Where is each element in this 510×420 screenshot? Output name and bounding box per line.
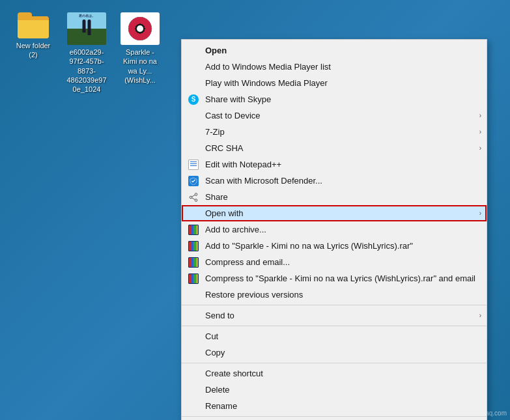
winrar-icon: [187, 240, 200, 253]
menu-item-scan-defender-label: Scan with Microsoft Defender...: [205, 176, 322, 186]
music-icon: [120, 12, 160, 45]
music-file-label: Sparkle - Kimi no na wa Ly... (WishLy...: [119, 48, 161, 85]
separator-1: [182, 305, 487, 305]
chevron-right-icon: ›: [479, 112, 481, 119]
menu-item-cut-label: Cut: [205, 331, 218, 341]
folder-label: New folder (2): [12, 41, 54, 60]
desktop-icon-movie-file[interactable]: 君の名は。 e6002a29-97f2-457b-8873-4862039e97…: [63, 10, 110, 96]
menu-item-share[interactable]: Share: [182, 189, 487, 205]
separator-4: [182, 416, 487, 417]
svg-point-0: [195, 193, 197, 195]
separator-2: [182, 326, 487, 326]
menu-item-rename[interactable]: Rename: [182, 398, 487, 414]
menu-item-cast-device-label: Cast to Device: [205, 111, 261, 120]
menu-item-open[interactable]: Open: [182, 42, 487, 59]
menu-item-play-wmp-label: Play with Windows Media Player: [205, 78, 328, 88]
share-icon: [187, 191, 200, 204]
menu-item-edit-notepad[interactable]: Edit with Notepad++: [182, 156, 487, 173]
menu-item-share-skype-label: Share with Skype: [205, 94, 271, 104]
menu-item-compress-email[interactable]: Compress and email...: [182, 254, 487, 270]
chevron-right-icon: ›: [479, 128, 481, 135]
notepad-icon: [187, 158, 200, 171]
menu-item-share-skype[interactable]: S Share with Skype: [182, 91, 487, 107]
chevron-right-icon: ›: [479, 210, 481, 217]
menu-item-play-wmp[interactable]: Play with Windows Media Player: [182, 75, 487, 91]
svg-point-1: [190, 196, 192, 199]
menu-item-add-archive-label: Add to archive...: [205, 225, 266, 234]
menu-item-copy-label: Copy: [205, 348, 225, 357]
menu-item-open-with-label: Open with: [205, 208, 244, 218]
menu-item-delete-label: Delete: [205, 385, 230, 395]
skype-icon: S: [187, 93, 200, 106]
menu-item-7zip[interactable]: 7-Zip ›: [182, 124, 487, 140]
menu-item-restore-versions[interactable]: Restore previous versions: [182, 287, 487, 303]
menu-item-add-to-wmp[interactable]: Add to Windows Media Player list: [182, 59, 487, 75]
menu-item-add-rar[interactable]: Add to "Sparkle - Kimi no na wa Lyrics (…: [182, 238, 487, 254]
menu-item-edit-notepad-label: Edit with Notepad++: [205, 160, 281, 169]
chevron-right-icon: ›: [479, 145, 481, 152]
menu-item-create-shortcut[interactable]: Create shortcut: [182, 365, 487, 382]
winrar-icon: [187, 223, 200, 236]
desktop-icon-music-file[interactable]: Sparkle - Kimi no na wa Ly... (WishLy...: [117, 10, 163, 87]
menu-item-restore-versions-label: Restore previous versions: [205, 290, 303, 300]
menu-item-cast-device[interactable]: Cast to Device ›: [182, 107, 487, 124]
svg-line-3: [192, 195, 195, 197]
menu-item-7zip-label: 7-Zip: [205, 127, 225, 137]
movie-file-label: e6002a29-97f2-457b-8873-4862039e970e_102…: [66, 48, 107, 94]
menu-item-copy[interactable]: Copy: [182, 344, 487, 361]
menu-item-open-with[interactable]: Open with ›: [182, 205, 487, 221]
menu-item-crc-sha[interactable]: CRC SHA ›: [182, 140, 487, 156]
menu-item-add-rar-label: Add to "Sparkle - Kimi no na wa Lyrics (…: [205, 241, 413, 251]
desktop-icon-new-folder[interactable]: New folder (2): [10, 10, 57, 63]
desktop: New folder (2) 君の名は。 e6002a29-97f2-457b-…: [0, 0, 510, 420]
menu-item-compress-email-label: Compress and email...: [205, 257, 290, 267]
menu-item-create-shortcut-label: Create shortcut: [205, 369, 263, 378]
menu-item-add-archive[interactable]: Add to archive...: [182, 221, 487, 238]
menu-item-send-to[interactable]: Send to ›: [182, 307, 487, 324]
menu-item-send-to-label: Send to: [205, 311, 234, 320]
movie-thumbnail: 君の名は。: [67, 12, 106, 45]
menu-item-compress-rar-email[interactable]: Compress to "Sparkle - Kimi no na wa Lyr…: [182, 270, 487, 287]
menu-item-add-to-wmp-label: Add to Windows Media Player list: [205, 62, 331, 72]
svg-point-2: [195, 199, 197, 201]
folder-icon: [18, 12, 49, 38]
winrar-icon: [187, 256, 200, 269]
menu-item-cut[interactable]: Cut: [182, 328, 487, 344]
menu-item-compress-rar-email-label: Compress to "Sparkle - Kimi no na wa Lyr…: [205, 273, 475, 283]
chevron-right-icon: ›: [479, 312, 481, 319]
defender-icon: [187, 175, 200, 188]
winrar-icon: [187, 272, 200, 285]
svg-line-4: [192, 197, 195, 199]
menu-item-delete[interactable]: Delete: [182, 382, 487, 398]
context-menu: Open Add to Windows Media Player list Pl…: [181, 39, 487, 420]
menu-item-scan-defender[interactable]: Scan with Microsoft Defender...: [182, 173, 487, 189]
menu-item-open-label: Open: [205, 46, 227, 55]
menu-item-crc-sha-label: CRC SHA: [205, 143, 244, 153]
menu-item-share-label: Share: [205, 192, 228, 202]
separator-3: [182, 363, 487, 363]
menu-item-rename-label: Rename: [205, 401, 237, 411]
